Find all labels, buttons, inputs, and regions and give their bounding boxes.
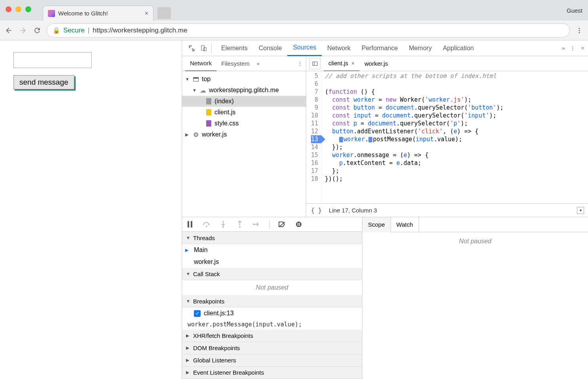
gutter[interactable]: 56789101112131415161718 bbox=[306, 71, 322, 203]
coverage-icon[interactable]: ▾ bbox=[577, 207, 584, 214]
sources-editor: client.js × worker.js 567891011121314151… bbox=[306, 56, 588, 217]
thread-main[interactable]: Main bbox=[182, 244, 362, 256]
new-tab-button[interactable] bbox=[157, 7, 171, 19]
tree-worker[interactable]: ▶ ⚙ worker.js bbox=[182, 129, 306, 140]
tab-memory[interactable]: Memory bbox=[403, 40, 437, 56]
svg-point-13 bbox=[239, 226, 241, 228]
js-file-icon bbox=[206, 109, 211, 116]
deactivate-breakpoints-icon[interactable] bbox=[278, 221, 286, 227]
tree-label: worker.js bbox=[202, 131, 227, 138]
minimize-window-button[interactable] bbox=[15, 6, 21, 12]
pause-icon[interactable] bbox=[186, 221, 194, 227]
tab-elements[interactable]: Elements bbox=[216, 40, 253, 56]
svg-rect-7 bbox=[188, 221, 189, 227]
tab-performance[interactable]: Performance bbox=[356, 40, 404, 56]
step-over-icon[interactable] bbox=[203, 221, 211, 227]
svg-point-0 bbox=[579, 28, 580, 29]
close-icon[interactable]: × bbox=[351, 60, 355, 66]
code-content[interactable]: // add other scripts at the bottom of in… bbox=[322, 71, 507, 203]
section-callstack[interactable]: ▼Call Stack bbox=[182, 268, 362, 280]
devtools-menu-icon[interactable]: ⋮ bbox=[570, 45, 575, 51]
navigator-menu-icon[interactable]: ⋮ bbox=[298, 61, 303, 66]
menu-button[interactable] bbox=[575, 26, 584, 35]
tab-watch[interactable]: Watch bbox=[391, 217, 419, 232]
navigator-tab-filesystem[interactable]: Filesystem bbox=[216, 56, 254, 71]
close-tab-icon[interactable]: × bbox=[145, 10, 148, 17]
code-editor[interactable]: 56789101112131415161718 // add other scr… bbox=[306, 71, 588, 203]
svg-rect-19 bbox=[299, 223, 300, 226]
svg-point-1 bbox=[579, 30, 580, 31]
checkbox-checked-icon[interactable]: ✓ bbox=[194, 310, 201, 317]
maximize-window-button[interactable] bbox=[25, 6, 31, 12]
editor-tab-label: worker.js bbox=[364, 60, 388, 67]
svg-point-11 bbox=[222, 226, 224, 228]
debugger-pane: ▼Threads Main worker.js ▼Call Stack Not … bbox=[182, 217, 588, 379]
section-xhr[interactable]: ▶XHR/fetch Breakpoints bbox=[182, 330, 362, 342]
toggle-navigator-icon[interactable] bbox=[309, 58, 321, 69]
section-dom[interactable]: ▶DOM Breakpoints bbox=[182, 342, 362, 354]
tab-sources[interactable]: Sources bbox=[287, 40, 322, 56]
svg-point-9 bbox=[206, 226, 207, 227]
close-window-button[interactable] bbox=[6, 6, 11, 12]
document-icon bbox=[206, 98, 211, 104]
cloud-icon: ☁ bbox=[199, 87, 207, 94]
message-input[interactable] bbox=[13, 52, 92, 68]
tab-console[interactable]: Console bbox=[253, 40, 288, 56]
more-tabs-icon[interactable]: » bbox=[562, 45, 565, 51]
editor-tabbar: client.js × worker.js bbox=[306, 56, 588, 71]
svg-rect-8 bbox=[191, 221, 192, 227]
navigator-tab-network[interactable]: Network bbox=[185, 56, 216, 71]
step-out-icon[interactable] bbox=[236, 221, 244, 228]
inspect-element-icon[interactable] bbox=[186, 45, 198, 52]
back-button[interactable] bbox=[4, 26, 13, 35]
window-controls bbox=[6, 6, 31, 12]
tab-scope[interactable]: Scope bbox=[362, 217, 391, 232]
breakpoint-item[interactable]: ✓ client.js:13 bbox=[182, 307, 362, 319]
file-tree: ▼ top ▼ ☁ workerstepping.glitch.me (inde… bbox=[182, 71, 306, 217]
page-content: send message bbox=[0, 40, 182, 379]
tree-label: (index) bbox=[214, 98, 234, 105]
toolbar: 🔒 Secure | https://workerstepping.glitch… bbox=[0, 21, 588, 40]
tree-label: client.js bbox=[214, 109, 235, 116]
navigator-more-icon[interactable]: » bbox=[257, 61, 260, 66]
thread-worker[interactable]: worker.js bbox=[182, 256, 362, 268]
url-separator: | bbox=[88, 27, 89, 34]
tree-file-stylecss[interactable]: style.css bbox=[182, 118, 306, 129]
section-global[interactable]: ▶Global Listeners bbox=[182, 354, 362, 367]
tree-top-frame[interactable]: ▼ top bbox=[182, 74, 306, 85]
tree-domain[interactable]: ▼ ☁ workerstepping.glitch.me bbox=[182, 85, 306, 96]
svg-point-17 bbox=[296, 222, 302, 227]
editor-tab-workerjs[interactable]: worker.js bbox=[360, 56, 393, 71]
section-event[interactable]: ▶Event Listener Breakpoints bbox=[182, 367, 362, 379]
browser-tab[interactable]: Welcome to Glitch! × bbox=[43, 6, 154, 21]
tab-application[interactable]: Application bbox=[437, 40, 479, 56]
lock-icon: 🔒 bbox=[53, 27, 60, 34]
send-message-button[interactable]: send message bbox=[13, 75, 74, 89]
browser-tab-strip: Welcome to Glitch! × Guest bbox=[0, 0, 588, 21]
pause-exceptions-icon[interactable] bbox=[295, 221, 303, 227]
section-breakpoints[interactable]: ▼Breakpoints bbox=[182, 295, 362, 307]
cursor-position: Line 17, Column 3 bbox=[329, 207, 377, 214]
frame-icon bbox=[193, 77, 199, 81]
editor-tab-clientjs[interactable]: client.js × bbox=[324, 56, 360, 71]
devtools-tabbar: Elements Console Sources Network Perform… bbox=[182, 40, 588, 56]
devtools-panel: Elements Console Sources Network Perform… bbox=[182, 40, 588, 379]
section-threads[interactable]: ▼Threads bbox=[182, 232, 362, 244]
tab-network[interactable]: Network bbox=[322, 40, 356, 56]
pretty-print-icon[interactable]: { } bbox=[311, 207, 322, 214]
close-devtools-icon[interactable]: × bbox=[581, 45, 584, 51]
breakpoint-code: worker.postMessage(input.value); bbox=[182, 319, 362, 330]
address-bar[interactable]: 🔒 Secure | https://workerstepping.glitch… bbox=[47, 23, 570, 38]
forward-button[interactable] bbox=[18, 26, 28, 35]
breakpoint-label: client.js:13 bbox=[204, 310, 234, 317]
tree-file-index[interactable]: (index) bbox=[182, 96, 306, 107]
svg-point-15 bbox=[253, 224, 254, 225]
tree-file-clientjs[interactable]: client.js bbox=[182, 107, 306, 118]
profile-label[interactable]: Guest bbox=[567, 7, 582, 14]
device-mode-icon[interactable] bbox=[198, 45, 210, 52]
reload-button[interactable] bbox=[32, 26, 42, 35]
scope-empty: Not paused bbox=[362, 232, 588, 379]
sources-navigator: Network Filesystem » ⋮ ▼ top ▼ ☁ workers… bbox=[182, 56, 306, 217]
step-into-icon[interactable] bbox=[219, 221, 227, 228]
step-icon[interactable] bbox=[252, 222, 260, 227]
